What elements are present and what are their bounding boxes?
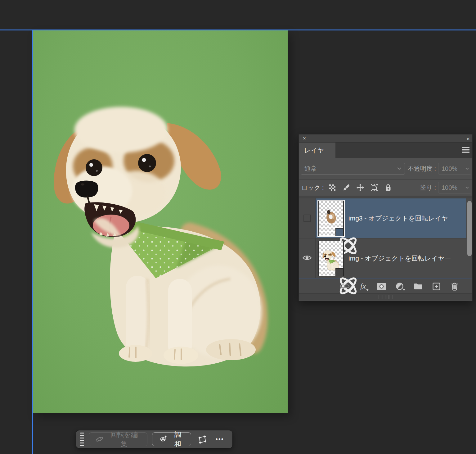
visibility-toggle-eye-icon[interactable] [302, 254, 312, 262]
resize-grip-ticks [379, 295, 393, 299]
visibility-cell[interactable] [299, 198, 316, 238]
link-layers-icon[interactable] [340, 281, 350, 291]
lock-label: ロック : [301, 184, 324, 192]
layer-thumbnail[interactable] [318, 241, 344, 276]
rotate-3d-icon [95, 435, 104, 443]
chevron-down-icon [366, 289, 369, 291]
add-layer-mask-button[interactable] [376, 281, 386, 291]
panel-menu-icon[interactable] [462, 147, 469, 154]
dog-photo [33, 30, 288, 413]
chevron-down-icon [397, 167, 402, 170]
distort-transform-button[interactable] [196, 432, 208, 446]
layer-name[interactable]: img3 - オブジェクトを回転レイヤー [348, 214, 455, 223]
layers-panel: × « レイヤー 通常 不透明度 : 100% [299, 134, 473, 301]
edit-rotation-label: 回転を編集 [107, 430, 141, 449]
opacity-label: 不透明度 : [408, 165, 436, 173]
lock-position-move-icon[interactable] [356, 184, 364, 192]
opacity-value: 100% [438, 163, 463, 174]
visibility-toggle-empty[interactable] [303, 215, 311, 222]
taskbar-drag-handle[interactable] [80, 433, 84, 446]
layer-name[interactable]: img - オブジェクトを回転レイヤー [348, 254, 451, 263]
layer-row-img[interactable]: img - オブジェクトを回転レイヤー [299, 238, 472, 279]
blend-mode-select[interactable]: 通常 [301, 163, 405, 175]
fill-label: 塗り : [420, 184, 436, 192]
panel-resize-handle[interactable] [299, 293, 472, 300]
new-group-folder-icon[interactable] [413, 281, 423, 291]
blend-mode-value: 通常 [304, 165, 317, 173]
document-canvas[interactable] [33, 30, 288, 413]
layer-row-img3[interactable]: img3 - オブジェクトを回転レイヤー [299, 198, 472, 238]
visibility-cell[interactable] [299, 238, 316, 278]
lock-image-brush-icon[interactable] [342, 184, 350, 192]
new-adjustment-layer-button[interactable] [395, 281, 405, 291]
rotate-object-badge-icon [335, 228, 344, 236]
chevron-down-icon[interactable] [463, 182, 471, 193]
layer-list: img3 - オブジェクトを回転レイヤー [299, 198, 472, 279]
delete-layer-trash-icon[interactable] [450, 281, 460, 291]
layer-thumbnail[interactable] [318, 201, 344, 236]
lock-transparency-icon[interactable] [328, 184, 336, 192]
panel-close-icon[interactable]: × [303, 136, 306, 141]
lock-artboard-icon[interactable] [370, 184, 378, 192]
panel-title-bar: × « [299, 134, 472, 143]
more-options-button[interactable]: ••• [213, 432, 227, 446]
panel-tab-row: レイヤー [299, 143, 472, 158]
scrollbar-thumb[interactable] [467, 201, 472, 256]
panel-collapse-icon[interactable]: « [466, 135, 469, 141]
harmonize-label: 調和 [171, 430, 184, 449]
chevron-down-icon [403, 289, 405, 291]
lock-all-icon[interactable] [384, 184, 392, 192]
opacity-field[interactable]: 100% [438, 163, 471, 175]
fx-label: fx [360, 282, 366, 291]
layer-bounds-guide-top [0, 30, 476, 30]
application-window: × « レイヤー 通常 不透明度 : 100% [0, 0, 476, 454]
tab-layers-label: レイヤー [304, 146, 330, 155]
rotate-object-badge-icon [335, 268, 344, 276]
context-taskbar: 回転を編集 調和 ••• [76, 430, 232, 448]
edit-rotation-button[interactable]: 回転を編集 [89, 432, 147, 446]
fill-value: 100% [438, 182, 463, 193]
layer-style-fx-button[interactable]: fx [358, 281, 368, 291]
layers-footer-toolbar: fx [299, 279, 472, 293]
new-layer-button[interactable] [431, 281, 441, 291]
harmonize-button[interactable]: 調和 [152, 432, 191, 446]
fill-field[interactable]: 100% [438, 182, 471, 193]
layer-bounds-guide-left [32, 30, 33, 454]
chevron-down-icon[interactable] [463, 163, 471, 174]
tab-layers[interactable]: レイヤー [299, 143, 335, 158]
harmonize-sparkle-icon [159, 435, 168, 444]
